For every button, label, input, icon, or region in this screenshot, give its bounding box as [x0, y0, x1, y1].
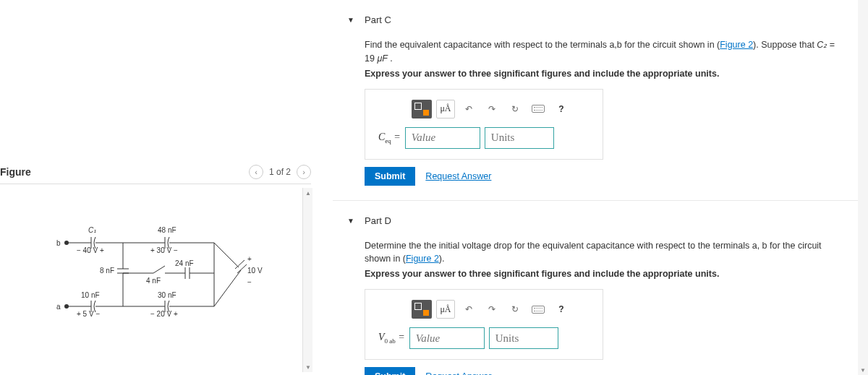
node-b-label: b: [56, 239, 61, 247]
part-c-submit-button[interactable]: Submit: [365, 167, 415, 186]
svg-line-6: [214, 243, 239, 267]
right-plus: +: [247, 255, 252, 263]
scroll-up-icon[interactable]: ▲: [303, 188, 313, 198]
part-c-prompt: Find the equivalent capacitance with res…: [365, 38, 839, 66]
ceq-label: Ceq =: [378, 132, 401, 145]
part-d-submit-row: Submit Request Answer: [365, 367, 839, 375]
part-d-answer-box: μÅ ↶ ↷ ↻ ? V0 ab =: [365, 289, 603, 360]
node-a-label: a: [56, 303, 61, 311]
c10-voltage: + 5 V −: [77, 310, 100, 318]
part-c-answer-row: Ceq =: [378, 127, 590, 149]
redo-button[interactable]: ↷: [482, 300, 501, 319]
part-c-toolbar: μÅ ↶ ↷ ↻ ?: [412, 100, 590, 118]
c4-label: 4 nF: [146, 277, 161, 285]
scroll-down-icon[interactable]: ▼: [303, 362, 313, 372]
part-d-header[interactable]: ▼ Part D: [365, 215, 839, 226]
part-c-request-answer-link[interactable]: Request Answer: [425, 171, 491, 181]
reset-button[interactable]: ↻: [506, 100, 524, 118]
part-d-answer-row: V0 ab =: [378, 327, 590, 349]
keyboard-button[interactable]: [529, 100, 548, 118]
pager-text: 1 of 2: [269, 167, 291, 177]
c8-label: 8 nF: [100, 267, 114, 275]
prev-figure-button[interactable]: ‹: [249, 165, 263, 179]
part-d-submit-button[interactable]: Submit: [365, 367, 415, 375]
help-button[interactable]: ?: [552, 100, 571, 118]
ceq-units-input[interactable]: [485, 127, 554, 149]
template-button[interactable]: [412, 100, 432, 118]
special-chars-button[interactable]: μÅ: [436, 100, 455, 118]
figure-pane: Figure ‹ 1 of 2 › b a C₁ − 40 V + 48 nF …: [0, 0, 318, 375]
undo-button[interactable]: ↶: [459, 300, 478, 319]
part-c: ▼ Part C Find the equivalent capacitance…: [333, 0, 868, 200]
part-c-submit-row: Submit Request Answer: [365, 167, 839, 186]
right-val: 10 V: [247, 267, 263, 275]
figure-title: Figure: [0, 166, 31, 178]
c24-label: 24 nF: [175, 259, 194, 267]
help-button[interactable]: ?: [552, 300, 571, 319]
part-c-header[interactable]: ▼ Part C: [365, 14, 839, 25]
figure2-link[interactable]: Figure 2: [720, 40, 753, 50]
redo-button[interactable]: ↷: [482, 100, 501, 118]
part-c-instruction: Express your answer to three significant…: [365, 69, 839, 79]
keyboard-icon: [532, 105, 545, 113]
keyboard-button[interactable]: [529, 300, 548, 319]
part-d: ▼ Part D Determine the the initial volta…: [333, 200, 868, 376]
figure2-link[interactable]: Figure 2: [406, 254, 439, 264]
collapse-caret-icon[interactable]: ▼: [347, 217, 354, 225]
right-scrollbar[interactable]: ▼: [858, 0, 868, 375]
part-d-request-answer-link[interactable]: Request Answer: [425, 371, 491, 375]
figure-scrollbar[interactable]: ▲ ▼: [302, 188, 312, 372]
keyboard-icon: [532, 306, 545, 314]
c1-label: C₁: [88, 226, 96, 234]
c30-voltage: − 20 V +: [150, 310, 178, 318]
v0ab-value-input[interactable]: [409, 327, 485, 349]
question-pane: ▼ Part C Find the equivalent capacitance…: [333, 0, 868, 375]
next-figure-button[interactable]: ›: [297, 165, 311, 179]
figure-pager: ‹ 1 of 2 ›: [249, 165, 311, 179]
c48-voltage: + 30 V −: [150, 246, 178, 254]
part-d-toolbar: μÅ ↶ ↷ ↻ ?: [412, 300, 590, 319]
template-button[interactable]: [412, 300, 432, 319]
part-c-answer-box: μÅ ↶ ↷ ↻ ? Ceq =: [365, 89, 603, 160]
svg-line-9: [214, 270, 241, 306]
special-chars-button[interactable]: μÅ: [436, 300, 455, 319]
ceq-value-input[interactable]: [405, 127, 480, 149]
circuit-diagram: b a C₁ − 40 V + 48 nF + 30 V − + 10 V −: [51, 217, 268, 332]
c48-label: 48 nF: [158, 226, 176, 234]
v0ab-units-input[interactable]: [489, 327, 558, 349]
collapse-caret-icon[interactable]: ▼: [347, 16, 354, 24]
right-minus: −: [247, 278, 252, 286]
svg-line-16: [153, 266, 165, 273]
v0ab-label: V0 ab =: [378, 332, 405, 345]
c30-label: 30 nF: [158, 291, 176, 299]
figure-header: Figure ‹ 1 of 2 ›: [0, 165, 311, 184]
part-d-prompt: Determine the the initial voltage drop f…: [365, 239, 839, 267]
scroll-down-icon[interactable]: ▼: [858, 365, 868, 375]
undo-button[interactable]: ↶: [459, 100, 478, 118]
c1-voltage: − 40 V +: [77, 246, 104, 254]
reset-button[interactable]: ↻: [506, 300, 524, 319]
part-d-instruction: Express your answer to three significant…: [365, 269, 839, 279]
c10-label: 10 nF: [81, 291, 100, 299]
